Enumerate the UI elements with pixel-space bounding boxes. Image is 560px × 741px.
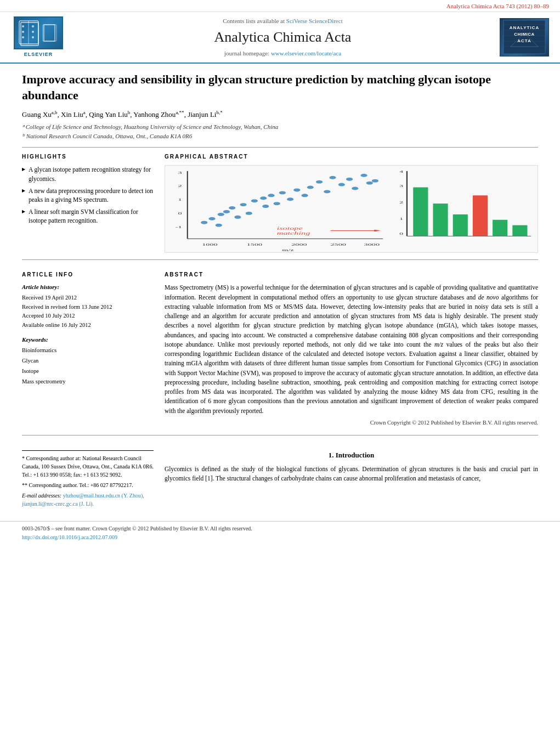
svg-point-34 — [218, 213, 224, 216]
incorporated-word: incorporated — [240, 388, 271, 395]
svg-rect-70 — [493, 220, 508, 236]
svg-point-40 — [246, 212, 252, 215]
svg-point-59 — [372, 179, 378, 183]
svg-point-46 — [279, 191, 286, 195]
intro-text-col: 1. Introduction Glycomics is defined as … — [165, 450, 538, 510]
svg-rect-71 — [513, 225, 528, 236]
svg-point-51 — [316, 180, 323, 184]
svg-point-4 — [22, 31, 24, 33]
elsevier-logo: ELSEVIER — [11, 16, 66, 58]
divider-3 — [22, 435, 538, 435]
svg-point-7 — [32, 31, 34, 33]
graphical-abstract-image: 3 2 1 0 -1 1000 1500 2000 2500 3000 m/z — [165, 165, 538, 253]
svg-point-42 — [260, 197, 267, 200]
homepage-link[interactable]: www.elsevier.com/locate/aca — [271, 50, 341, 56]
svg-text:0: 0 — [400, 233, 404, 236]
email-link-1[interactable]: yhzhou@mail.hust.edu.cn (Y. Zhou), — [63, 493, 144, 499]
footnotes-col: * Corresponding author at: National Rese… — [22, 450, 154, 510]
bottom-bar: 0003-2670/$ – see front matter. Crown Co… — [0, 521, 560, 545]
highlight-item-2: A new data preprocessing procedure to de… — [22, 186, 154, 204]
svg-point-43 — [262, 205, 269, 208]
graphical-abstract-header: GRAPHICAL ABSTRACT — [165, 153, 538, 161]
highlights-header: HIGHLIGHTS — [22, 153, 154, 161]
svg-text:1500: 1500 — [247, 242, 263, 246]
svg-text:4: 4 — [400, 170, 404, 173]
svg-point-35 — [216, 224, 222, 227]
authors-text: Guang Xua,b, Xin Liua, Qing Yan Liub, Ya… — [22, 110, 223, 118]
svg-point-32 — [201, 221, 207, 224]
journal-title: Analytica Chimica Acta — [71, 27, 494, 47]
svg-rect-67 — [433, 204, 448, 236]
svg-point-57 — [360, 174, 367, 177]
svg-point-33 — [208, 217, 215, 220]
svg-point-48 — [293, 189, 300, 192]
scatter-plot: 3 2 1 0 -1 1000 1500 2000 2500 3000 m/z — [165, 166, 388, 252]
svg-point-8 — [32, 36, 34, 38]
svg-rect-69 — [473, 196, 488, 236]
main-content: Improve accuracy and sensibility in glyc… — [0, 64, 560, 516]
svg-point-53 — [329, 176, 336, 179]
sciverse-link[interactable]: SciVerse ScienceDirect — [286, 18, 343, 24]
abstract-section: ABSTRACT Mass Spectrometry (MS) is a pow… — [165, 271, 538, 427]
affiliation-b: ᵇ National Research Council Canada, Otta… — [22, 132, 538, 140]
bar-chart: 4 3 2 1 0 — [388, 166, 538, 252]
svg-point-55 — [346, 178, 353, 181]
svg-text:2: 2 — [178, 184, 182, 188]
svg-point-39 — [240, 203, 246, 207]
journal-logo-right: ANALYTICA CHIMICA ACTA — [500, 18, 549, 56]
svg-point-45 — [274, 202, 280, 206]
svg-text:2000: 2000 — [291, 242, 307, 246]
keywords-section: Keywords: Bioinformatics Glycan Isotope … — [22, 336, 154, 387]
keyword-1: Bioinformatics — [22, 346, 154, 356]
svg-rect-68 — [453, 214, 468, 236]
svg-point-41 — [251, 200, 258, 203]
svg-text:1000: 1000 — [202, 242, 218, 246]
received-date: Received 19 April 2012 Received in revis… — [22, 293, 154, 330]
paper-title: Improve accuracy and sensibility in glyc… — [22, 72, 538, 103]
article-abstract-section: ARTICLE INFO Article history: Received 1… — [22, 265, 538, 427]
svg-point-36 — [223, 210, 230, 213]
introduction-section: * Corresponding author at: National Rese… — [22, 444, 538, 510]
highlight-item-3: A linear soft margin SVM classification … — [22, 207, 154, 225]
highlights-list: A glycan isotope pattern recognition str… — [22, 165, 154, 225]
svg-text:ACTA: ACTA — [517, 38, 531, 43]
svg-point-3 — [22, 25, 24, 27]
abstract-header: ABSTRACT — [165, 271, 538, 279]
intro-section-title: 1. Introduction — [165, 450, 538, 460]
journal-center: Contents lists available at SciVerse Sci… — [71, 17, 494, 58]
svg-point-58 — [366, 182, 373, 185]
svg-text:matching: matching — [277, 231, 310, 236]
svg-text:ANALYTICA: ANALYTICA — [510, 25, 539, 30]
svg-text:m/z: m/z — [282, 248, 293, 252]
svg-point-38 — [234, 216, 241, 219]
highlights-abstract-section: HIGHLIGHTS A glycan isotope pattern reco… — [22, 153, 538, 253]
svg-text:CHIMICA: CHIMICA — [514, 32, 535, 37]
svg-point-37 — [229, 207, 235, 210]
article-history: Article history: Received 19 April 2012 … — [22, 283, 154, 330]
history-label: Article history: — [22, 283, 154, 291]
svg-point-56 — [352, 187, 358, 190]
intro-text: Glycomics is defined as the study of the… — [165, 465, 538, 484]
svg-text:-1: -1 — [176, 225, 182, 229]
keyword-2: Glycan — [22, 356, 154, 366]
top-bar: Analytica Chimica Acta 743 (2012) 80–89 — [0, 0, 560, 12]
svg-point-54 — [338, 183, 345, 186]
article-info-section: ARTICLE INFO Article history: Received 1… — [22, 271, 154, 427]
journal-homepage: journal homepage: www.elsevier.com/locat… — [71, 49, 494, 58]
divider-2 — [22, 259, 538, 260]
email-info: E-mail addresses: yhzhou@mail.hust.edu.c… — [22, 491, 154, 508]
svg-text:3: 3 — [178, 171, 182, 174]
svg-point-44 — [268, 194, 274, 197]
svg-text:2500: 2500 — [330, 242, 346, 246]
highlight-item-1: A glycan isotope pattern recognition str… — [22, 165, 154, 183]
footnote-1: * Corresponding author at: National Rese… — [22, 454, 154, 479]
svg-point-47 — [287, 198, 293, 201]
intro-title-text: Introduction — [336, 451, 375, 459]
affiliations: ᵃ College of Life Science and Technology… — [22, 123, 538, 141]
svg-rect-0 — [19, 21, 38, 44]
journal-citation: Analytica Chimica Acta 743 (2012) 80–89 — [446, 3, 549, 9]
doi-link[interactable]: http://dx.doi.org/10.1016/j.aca.2012.07.… — [22, 534, 538, 541]
svg-point-5 — [22, 36, 24, 38]
email-link-2[interactable]: jianjun.li@nrc-cnrc.gc.ca (J. Li). — [22, 501, 94, 507]
elsevier-logo-graphic — [14, 16, 63, 49]
